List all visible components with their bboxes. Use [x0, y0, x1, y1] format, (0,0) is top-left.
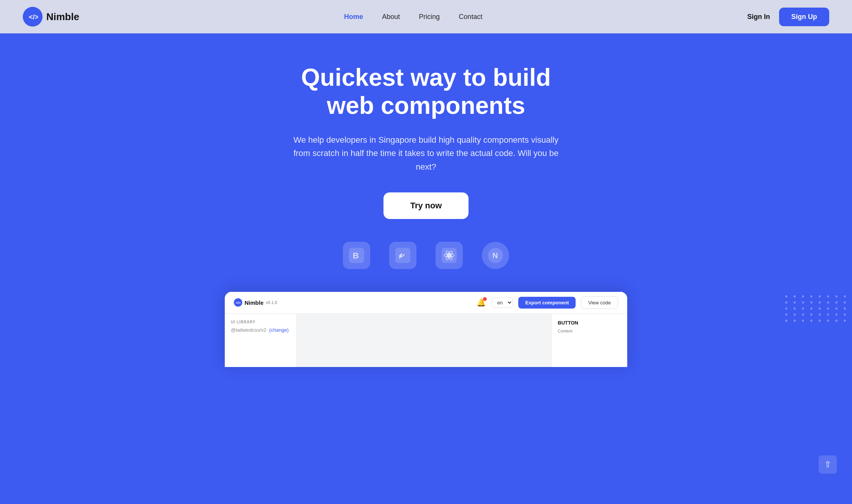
- bootstrap-icon: B: [343, 242, 370, 269]
- scroll-top-button[interactable]: ⇧: [819, 455, 837, 474]
- tailwind-icon: [389, 242, 417, 269]
- app-content-area: [297, 314, 551, 367]
- sidebar-label: UI LIBRARY: [231, 320, 290, 324]
- sign-up-button[interactable]: Sign Up: [779, 8, 829, 26]
- bell-icon[interactable]: 🔔: [476, 298, 486, 307]
- navbar: </> Nimble Home About Pricing Contact Si…: [0, 0, 852, 33]
- navbar-logo-area: </> Nimble: [23, 7, 79, 27]
- export-button[interactable]: Export component: [518, 297, 576, 309]
- svg-text:B: B: [353, 251, 359, 260]
- panel-title: BUTTON: [558, 320, 621, 326]
- tech-icons: B N: [343, 242, 509, 269]
- navbar-actions: Sign In Sign Up: [747, 8, 829, 26]
- panel-content-label: Content: [558, 329, 621, 333]
- app-name: Nimble: [245, 299, 263, 306]
- app-preview: </> Nimble v0.1.0 🔔 en Export component …: [225, 292, 627, 367]
- hero-subtitle: We help developers in Singapore build hi…: [289, 133, 563, 173]
- nav-pricing[interactable]: Pricing: [419, 13, 440, 21]
- svg-text:</>: </>: [29, 13, 38, 21]
- app-preview-body: UI LIBRARY @tailwindcss/v2 (change) BUTT…: [225, 314, 627, 367]
- app-right-panel: BUTTON Content: [551, 314, 627, 367]
- dots-decoration: const dotsContainer = document.querySele…: [781, 291, 852, 326]
- app-logo-icon: </>: [234, 298, 242, 307]
- logo-text: Nimble: [46, 11, 79, 23]
- nextjs-icon: N: [482, 242, 509, 269]
- sidebar-value[interactable]: @tailwindcss/v2 (change): [231, 327, 290, 333]
- nav-about[interactable]: About: [382, 13, 400, 21]
- svg-text:</>: </>: [236, 301, 241, 305]
- sign-in-button[interactable]: Sign In: [747, 13, 770, 21]
- navbar-links: Home About Pricing Contact: [344, 13, 482, 21]
- app-sidebar: UI LIBRARY @tailwindcss/v2 (change): [225, 314, 297, 367]
- app-preview-header: </> Nimble v0.1.0 🔔 en Export component …: [225, 292, 627, 314]
- notification-dot: [483, 297, 487, 301]
- app-preview-logo: </> Nimble v0.1.0: [234, 298, 277, 307]
- app-preview-actions: 🔔 en Export component View code: [476, 296, 618, 309]
- svg-text:N: N: [492, 251, 498, 260]
- view-code-button[interactable]: View code: [581, 296, 618, 309]
- try-now-button[interactable]: Try now: [383, 192, 468, 219]
- app-version: v0.1.0: [266, 300, 277, 305]
- nav-contact[interactable]: Contact: [459, 13, 482, 21]
- hero-section: Quickest way to build web components We …: [0, 33, 852, 504]
- logo-icon: </>: [23, 7, 43, 27]
- nav-home[interactable]: Home: [344, 13, 363, 21]
- react-icon: [435, 242, 463, 269]
- hero-title: Quickest way to build web components: [282, 64, 570, 120]
- sidebar-change-link[interactable]: (change): [269, 327, 289, 333]
- language-select[interactable]: en: [491, 298, 513, 308]
